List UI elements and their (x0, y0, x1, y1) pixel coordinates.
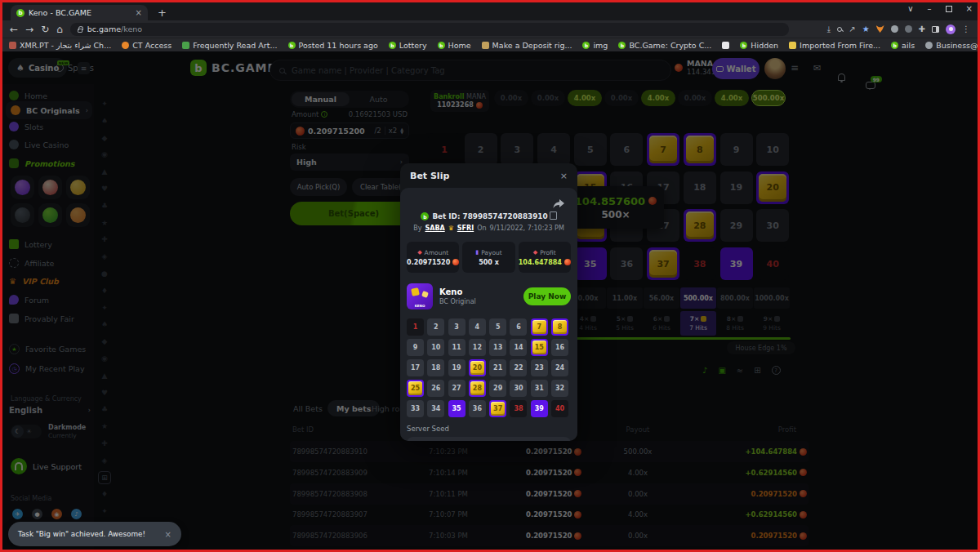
extension-icon[interactable] (905, 25, 912, 33)
keno-tile-39[interactable]: 39 (531, 400, 548, 417)
bookmark-label: Business@bc.game (936, 41, 978, 50)
bookmark-label: Posted 11 hours ago (299, 41, 378, 50)
keno-tile-40[interactable]: 40 (551, 400, 568, 417)
stat-payout: ▮Payout 500 x (462, 242, 514, 273)
bookmark-label: CT Access (132, 41, 172, 50)
bookmark-label: Lottery (399, 41, 427, 50)
keno-tile-27[interactable]: 27 (448, 380, 466, 397)
b-bookmark-icon: b (740, 42, 747, 49)
keno-tile-16[interactable]: 16 (551, 339, 568, 356)
bookmark-item[interactable]: Frequently Read Art... (182, 41, 277, 50)
keno-tile-2[interactable]: 2 (427, 318, 444, 336)
keno-tile-10[interactable]: 10 (427, 339, 444, 356)
bookmark-label: XMR.PT - شراء بتجار Ch... (20, 41, 111, 50)
share-icon[interactable] (553, 199, 564, 209)
forward-icon[interactable]: → (25, 24, 33, 34)
username2[interactable]: SFRI (457, 225, 474, 232)
window-close-icon[interactable]: × (966, 4, 973, 13)
bookmark-item[interactable]: bLottery (389, 41, 427, 50)
keno-tile-3[interactable]: 3 (448, 318, 466, 336)
sq-bookmark-icon (182, 42, 189, 49)
window-chevron-icon[interactable]: ∨ (907, 4, 913, 13)
extensions-puzzle-icon[interactable]: ✚ (919, 25, 925, 33)
bookmark-label: BC.Game: Crypto C... (629, 41, 711, 50)
modal-close-icon[interactable]: × (560, 171, 568, 181)
home-icon[interactable]: ⌂ (56, 24, 63, 34)
install-icon[interactable]: ⤓ (827, 25, 831, 33)
zoom-icon[interactable] (837, 27, 842, 32)
keno-tile-9[interactable]: 9 (407, 339, 424, 356)
keno-tile-13[interactable]: 13 (489, 339, 506, 356)
bookmark-item[interactable]: bails (891, 41, 915, 50)
keno-tile-23[interactable]: 23 (531, 359, 548, 376)
keno-tile-34[interactable]: 34 (427, 400, 444, 417)
mana-coin-icon (452, 259, 459, 265)
keno-tile-33[interactable]: 33 (407, 400, 424, 417)
bookmark-item[interactable]: bPosted 11 hours ago (288, 41, 378, 50)
toast-close-icon[interactable]: × (165, 530, 172, 539)
bookmark-star-icon[interactable]: ★ (862, 25, 870, 33)
keno-tile-7[interactable]: 7 (531, 318, 548, 336)
keno-tile-15[interactable]: 15 (531, 339, 548, 356)
keno-tile-5[interactable]: 5 (489, 318, 506, 336)
bookmark-item[interactable]: bHidden (740, 41, 778, 50)
browser-profile-avatar[interactable] (946, 24, 956, 34)
bookmark-item[interactable]: Make a Deposit rig... (482, 41, 572, 50)
back-icon[interactable]: ← (10, 24, 18, 34)
keno-tile-36[interactable]: 36 (469, 400, 486, 417)
copy-icon[interactable] (551, 213, 557, 220)
keno-tile-24[interactable]: 24 (551, 359, 568, 376)
keno-tile-6[interactable]: 6 (510, 318, 527, 336)
bookmark-item[interactable]: bHome (438, 41, 471, 50)
bookmark-item[interactable]: bBC.Game: Crypto C... (618, 41, 711, 50)
keno-tile-17[interactable]: 17 (407, 359, 424, 376)
keno-tile-38[interactable]: 38 (510, 400, 527, 417)
window-maximize-icon[interactable] (946, 6, 952, 12)
b-bookmark-icon: b (438, 42, 445, 49)
keno-tile-25[interactable]: 25 (407, 380, 424, 397)
bookmark-label: Home (448, 41, 471, 50)
keno-tile-19[interactable]: 19 (448, 359, 466, 376)
extension-icon[interactable] (891, 25, 898, 33)
play-now-button[interactable]: Play Now (523, 287, 571, 305)
bookmark-item[interactable] (722, 42, 729, 49)
sidebar-panel-icon[interactable] (932, 26, 939, 33)
keno-tile-29[interactable]: 29 (489, 380, 506, 397)
keno-tile-35[interactable]: 35 (448, 400, 466, 417)
keno-tile-1[interactable]: 1 (407, 318, 424, 336)
metamask-extension-icon[interactable] (876, 25, 884, 33)
keno-tile-11[interactable]: 11 (448, 339, 466, 356)
browser-menu-icon[interactable]: ⋮ (962, 25, 970, 33)
keno-tile-31[interactable]: 31 (531, 380, 548, 397)
keno-tile-20[interactable]: 20 (469, 359, 486, 376)
keno-tile-28[interactable]: 28 (469, 380, 486, 397)
tab-close-icon[interactable]: × (136, 8, 142, 17)
keno-tile-21[interactable]: 21 (489, 359, 506, 376)
keno-tile-12[interactable]: 12 (469, 339, 486, 356)
keno-tile-26[interactable]: 26 (427, 380, 444, 397)
share-icon[interactable]: ↗ (849, 25, 855, 33)
bookmark-item[interactable]: bimg (582, 41, 608, 50)
bookmark-item[interactable]: CT Access (122, 41, 172, 50)
username[interactable]: SABA (425, 225, 444, 232)
keno-tile-32[interactable]: 32 (551, 380, 568, 397)
keno-tile-37[interactable]: 37 (489, 400, 506, 417)
keno-tile-22[interactable]: 22 (510, 359, 527, 376)
bookmark-item[interactable]: Business@bc.game (925, 41, 978, 50)
new-tab-button[interactable]: + (158, 6, 167, 20)
keno-tile-14[interactable]: 14 (510, 339, 527, 356)
b-bookmark-icon: b (618, 42, 626, 49)
browser-tab[interactable]: b Keno - BC.GAME × (11, 5, 148, 20)
bet-date: 9/11/2022, 7:10:23 PM (490, 225, 564, 232)
bookmark-item[interactable]: XMR.PT - شراء بتجار Ch... (9, 41, 111, 50)
address-bar[interactable]: bc.game/keno (70, 23, 789, 36)
keno-tile-30[interactable]: 30 (510, 380, 527, 397)
bookmark-label: Hidden (751, 41, 778, 50)
bookmark-item[interactable]: Imported From Fire... (789, 41, 880, 50)
window-minimize-icon[interactable]: – (928, 4, 932, 13)
keno-tile-8[interactable]: 8 (551, 318, 568, 336)
keno-tile-4[interactable]: 4 (469, 318, 486, 336)
keno-tile-18[interactable]: 18 (427, 359, 444, 376)
reload-icon[interactable]: ↻ (41, 24, 49, 34)
bookmark-label: Imported From Fire... (800, 41, 880, 50)
